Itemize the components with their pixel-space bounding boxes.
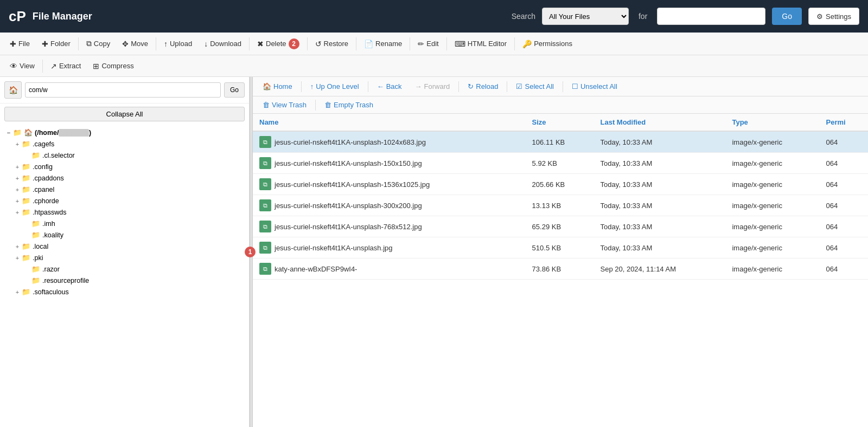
file-perms: 064: [820, 131, 868, 153]
tree-item-softaculous[interactable]: + 📁 .softaculous: [0, 286, 249, 297]
search-input[interactable]: [657, 8, 765, 25]
file-name-text: jesus-curiel-nskeft4t1KA-unsplash-1024x6…: [275, 138, 426, 146]
folder-plus-icon: ✚: [42, 40, 48, 48]
file-size: 106.11 KB: [526, 131, 594, 153]
expander-cpaddons: +: [13, 175, 22, 182]
path-go-button[interactable]: Go: [224, 82, 245, 98]
path-input[interactable]: [25, 82, 221, 98]
folder-icon-koality: 📁: [31, 231, 40, 239]
search-go-button[interactable]: Go: [772, 8, 802, 25]
tree-label-pki: .pki: [33, 254, 43, 262]
file-tree: − 📁 🏠 (/home/xxxxxxxx) + 📁 .cagefs 📁 .cl…: [0, 125, 249, 300]
path-bar: 🏠 Go: [0, 77, 249, 103]
download-icon: ↓: [204, 40, 208, 48]
rename-button[interactable]: 📄 Rename: [359, 37, 407, 51]
table-row[interactable]: ⧉jesus-curiel-nskeft4t1KA-unsplash-1536x…: [253, 174, 868, 195]
unselect-all-button[interactable]: ☐ Unselect All: [566, 80, 623, 93]
reload-button[interactable]: ↻ Reload: [462, 80, 503, 93]
home-nav-button[interactable]: 🏠 Home: [257, 80, 298, 93]
html-editor-icon: ⌨: [455, 40, 465, 48]
permissions-button[interactable]: 🔑 Permissions: [517, 37, 578, 51]
collapse-all-button[interactable]: Collapse All: [4, 107, 245, 121]
file-size: 65.29 KB: [526, 216, 594, 237]
tree-item-cl-selector[interactable]: 📁 .cl.selector: [0, 150, 249, 161]
expander-config: +: [13, 164, 22, 170]
tree-label-local: .local: [33, 243, 48, 250]
tree-item-cphorde[interactable]: + 📁 .cphorde: [0, 195, 249, 206]
back-button[interactable]: ← Back: [372, 80, 407, 93]
reload-icon: ↻: [468, 82, 474, 90]
table-row[interactable]: ⧉katy-anne-wBxDFSP9wI4-73.86 KBSep 20, 2…: [253, 258, 868, 280]
expander-cagefs: +: [13, 141, 22, 147]
view-button[interactable]: 👁 View: [4, 59, 40, 73]
search-scope-select[interactable]: All Your Files File Names Only File Cont…: [542, 8, 629, 25]
file-size: 13.13 KB: [526, 195, 594, 216]
col-name[interactable]: Name: [253, 114, 526, 131]
extract-button[interactable]: ↗ Extract: [45, 59, 86, 73]
empty-trash-button[interactable]: 🗑 Empty Trash: [319, 99, 379, 111]
col-type[interactable]: Type: [725, 114, 819, 131]
table-row[interactable]: ⧉jesus-curiel-nskeft4t1KA-unsplash-1024x…: [253, 131, 868, 153]
delete-icon: ✖: [257, 40, 264, 48]
expander-cphorde: +: [13, 198, 22, 204]
table-row[interactable]: ⧉jesus-curiel-nskeft4t1KA-unsplash-150x1…: [253, 153, 868, 174]
tree-item-imh[interactable]: 📁 .imh: [0, 218, 249, 229]
restore-button[interactable]: ↺ Restore: [310, 37, 354, 51]
tree-item-cpaddons[interactable]: + 📁 .cpaddons: [0, 172, 249, 184]
copy-button[interactable]: ⧉ Copy: [81, 36, 116, 51]
file-icon: ⧉: [259, 157, 271, 169]
rename-icon: 📄: [364, 40, 373, 48]
cpanel-logo: cP: [9, 8, 26, 25]
tree-item-htpasswds[interactable]: + 📁 .htpasswds: [0, 206, 249, 218]
content-nav: 🏠 Home ↑ Up One Level ← Back → Forward ↻…: [253, 77, 868, 96]
tree-label-config: .config: [33, 163, 53, 171]
file-perms: 064: [820, 174, 868, 195]
tree-item-config[interactable]: + 📁 .config: [0, 161, 249, 172]
view-trash-button[interactable]: 🗑 View Trash: [257, 99, 312, 111]
file-name-text: katy-anne-wBxDFSP9wI4-: [275, 265, 357, 273]
move-button[interactable]: ✥ Move: [117, 37, 154, 51]
up-one-level-button[interactable]: ↑ Up One Level: [305, 80, 365, 93]
folder-icon-softaculous: 📁: [22, 288, 30, 296]
table-row[interactable]: ⧉jesus-curiel-nskeft4t1KA-unsplash-768x5…: [253, 216, 868, 237]
tree-item-pki[interactable]: + 📁 .pki: [0, 252, 249, 263]
compress-button[interactable]: ⊞ Compress: [87, 59, 139, 73]
edit-button[interactable]: ✏ Edit: [412, 37, 444, 51]
tree-item-cpanel[interactable]: + 📁 .cpanel: [0, 184, 249, 195]
tree-item-koality[interactable]: 📁 .koality: [0, 229, 249, 241]
extract-icon: ↗: [50, 62, 57, 70]
html-editor-button[interactable]: ⌨ HTML Editor: [449, 37, 512, 51]
tree-label-koality: .koality: [42, 231, 63, 239]
col-size[interactable]: Size: [526, 114, 594, 131]
table-row[interactable]: ⧉jesus-curiel-nskeft4t1KA-unsplash.jpg51…: [253, 237, 868, 258]
upload-button[interactable]: ↑ Upload: [158, 37, 197, 51]
file-perms: 064: [820, 216, 868, 237]
trash-icon: 🗑: [263, 101, 270, 109]
tree-item-local[interactable]: + 📁 .local: [0, 241, 249, 252]
folder-icon-htpasswds: 📁: [22, 208, 30, 216]
tree-item-razor[interactable]: 📁 .razor: [0, 263, 249, 275]
tree-item-resourceprofile[interactable]: 📁 .resourceprofile: [0, 275, 249, 286]
toolbar-sep-3: [249, 37, 250, 50]
file-size: 205.66 KB: [526, 174, 594, 195]
select-all-button[interactable]: ☑ Select All: [510, 80, 559, 93]
settings-button[interactable]: ⚙ Settings: [808, 8, 859, 25]
key-icon: 🔑: [522, 40, 532, 48]
file-icon: ⧉: [259, 178, 271, 190]
forward-button[interactable]: → Forward: [410, 80, 456, 93]
tree-item-cagefs[interactable]: + 📁 .cagefs: [0, 138, 249, 150]
new-file-button[interactable]: ✚ File: [4, 37, 35, 51]
col-modified[interactable]: Last Modified: [593, 114, 725, 131]
delete-button[interactable]: ✖ Delete 2: [252, 36, 305, 52]
view-icon: 👁: [10, 62, 17, 70]
nav-sep-2: [368, 81, 368, 92]
file-name-cell: ⧉katy-anne-wBxDFSP9wI4-: [253, 258, 526, 280]
table-row[interactable]: ⧉jesus-curiel-nskeft4t1KA-unsplash-300x2…: [253, 195, 868, 216]
sidebar-home-button[interactable]: 🏠: [4, 81, 22, 99]
file-name-cell: ⧉jesus-curiel-nskeft4t1KA-unsplash-150x1…: [253, 153, 526, 174]
col-perms[interactable]: Permi: [820, 114, 868, 131]
download-button[interactable]: ↓ Download: [199, 37, 247, 51]
tree-item-root[interactable]: − 📁 🏠 (/home/xxxxxxxx): [0, 127, 249, 138]
file-perms: 064: [820, 195, 868, 216]
new-folder-button[interactable]: ✚ Folder: [36, 37, 76, 51]
